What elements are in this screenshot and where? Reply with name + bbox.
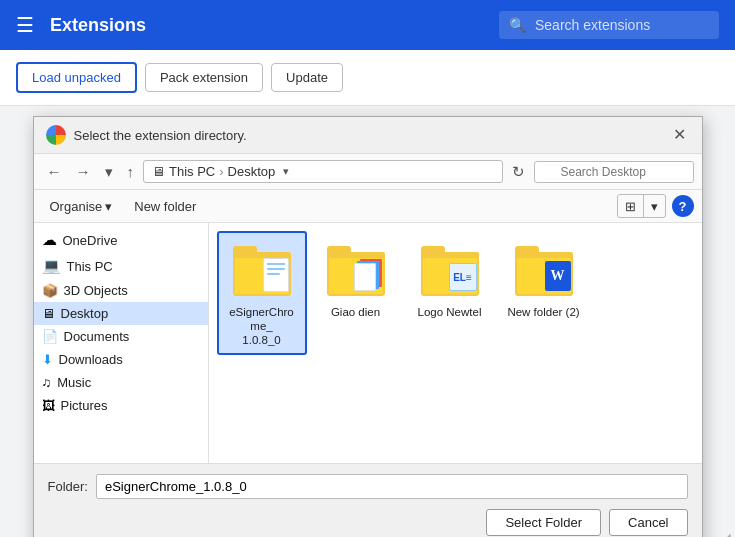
sidebar-item-3dobjects[interactable]: 📦 3D Objects bbox=[34, 279, 208, 302]
sidebar-label-downloads: Downloads bbox=[59, 352, 123, 367]
breadcrumb[interactable]: 🖥 This PC › Desktop ▾ bbox=[143, 160, 503, 183]
newfolder-name: New folder (2) bbox=[507, 306, 579, 320]
sidebar-label-3dobjects: 3D Objects bbox=[64, 283, 128, 298]
breadcrumb-thispc: This PC bbox=[169, 164, 215, 179]
load-unpacked-button[interactable]: Load unpacked bbox=[16, 62, 137, 93]
resize-handle[interactable]: ◢ bbox=[723, 531, 733, 537]
cancel-button[interactable]: Cancel bbox=[609, 509, 687, 536]
logo-overlay: EL≡ bbox=[449, 263, 477, 291]
forward-button[interactable]: → bbox=[71, 161, 96, 182]
dialog-footer: Folder: Select Folder Cancel bbox=[34, 463, 702, 537]
refresh-button[interactable]: ↻ bbox=[507, 161, 530, 183]
sidebar-item-downloads[interactable]: ⬇ Downloads bbox=[34, 348, 208, 371]
pictures-icon: 🖼 bbox=[42, 398, 55, 413]
up-button[interactable]: ↑ bbox=[122, 161, 140, 182]
file-item-logo[interactable]: EL≡ Logo Newtel bbox=[405, 231, 495, 328]
file-item-newfolder[interactable]: W New folder (2) bbox=[499, 231, 589, 328]
logo-folder-icon: EL≡ bbox=[420, 239, 480, 303]
sidebar-item-documents[interactable]: 📄 Documents bbox=[34, 325, 208, 348]
breadcrumb-dropdown-button[interactable]: ▾ bbox=[279, 165, 293, 178]
search-icon: 🔍 bbox=[509, 17, 526, 33]
dialog-close-button[interactable]: ✕ bbox=[669, 125, 690, 145]
paper-white bbox=[354, 263, 376, 291]
esigner-folder-icon bbox=[232, 239, 292, 303]
view-large-icons-button[interactable]: ⊞ bbox=[618, 196, 643, 217]
new-folder-button[interactable]: New folder bbox=[126, 196, 204, 217]
organise-chevron-icon: ▾ bbox=[105, 199, 112, 214]
dialog-title: Select the extension directory. bbox=[74, 128, 669, 143]
extensions-toolbar: Load unpacked Pack extension Update bbox=[0, 50, 735, 106]
word-w-letter: W bbox=[551, 268, 565, 284]
nav-search-input[interactable] bbox=[534, 161, 694, 183]
file-browser-content: ☁ OneDrive 💻 This PC 📦 3D Objects 🖥 Desk… bbox=[34, 223, 702, 463]
breadcrumb-desktop: Desktop bbox=[228, 164, 276, 179]
breadcrumb-icon: 🖥 bbox=[152, 164, 165, 179]
navigation-bar: ← → ▾ ↑ 🖥 This PC › Desktop ▾ ↻ 🔍 bbox=[34, 154, 702, 190]
search-nav-wrapper: 🔍 bbox=[534, 161, 694, 183]
sidebar-panel: ☁ OneDrive 💻 This PC 📦 3D Objects 🖥 Desk… bbox=[34, 223, 209, 463]
folder-shape-new: W bbox=[515, 246, 573, 296]
giao-folder-name: Giao dien bbox=[331, 306, 380, 320]
recent-button[interactable]: ▾ bbox=[100, 161, 118, 183]
esigner-folder-name: eSignerChrome_1.0.8_0 bbox=[225, 306, 299, 347]
folder-label: Folder: bbox=[48, 479, 88, 494]
files-grid: eSignerChrome_1.0.8_0 bbox=[217, 231, 694, 355]
sidebar-item-desktop[interactable]: 🖥 Desktop bbox=[34, 302, 208, 325]
papers-icon bbox=[354, 257, 382, 291]
folder-shape-giao bbox=[327, 246, 385, 296]
file-dialog: Select the extension directory. ✕ ← → ▾ … bbox=[33, 116, 703, 537]
breadcrumb-sep1: › bbox=[219, 164, 223, 179]
dialog-buttons: Select Folder Cancel bbox=[48, 509, 688, 536]
sidebar-item-pictures[interactable]: 🖼 Pictures bbox=[34, 394, 208, 417]
select-folder-button[interactable]: Select Folder bbox=[486, 509, 601, 536]
sidebar-label-pictures: Pictures bbox=[61, 398, 108, 413]
view-icons-group: ⊞ ▾ bbox=[617, 194, 666, 218]
desktop-icon: 🖥 bbox=[42, 306, 55, 321]
organise-label: Organise bbox=[50, 199, 103, 214]
folder-body-new: W bbox=[515, 252, 573, 296]
sidebar-item-music[interactable]: ♫ Music bbox=[34, 371, 208, 394]
logo-folder-name: Logo Newtel bbox=[418, 306, 482, 320]
folder-input[interactable] bbox=[96, 474, 688, 499]
page-background: Select the extension directory. ✕ ← → ▾ … bbox=[0, 106, 735, 537]
folder-body-logo: EL≡ bbox=[421, 252, 479, 296]
page-title: Extensions bbox=[50, 15, 499, 36]
back-button[interactable]: ← bbox=[42, 161, 67, 182]
newfolder-icon: W bbox=[514, 239, 574, 303]
3dobjects-icon: 📦 bbox=[42, 283, 58, 298]
file-item-esigner[interactable]: eSignerChrome_1.0.8_0 bbox=[217, 231, 307, 355]
thispc-icon: 💻 bbox=[42, 257, 61, 275]
music-icon: ♫ bbox=[42, 375, 52, 390]
sidebar-label-documents: Documents bbox=[64, 329, 130, 344]
downloads-icon: ⬇ bbox=[42, 352, 53, 367]
logo-text: EL≡ bbox=[453, 272, 472, 283]
help-button[interactable]: ? bbox=[672, 195, 694, 217]
top-bar: ☰ Extensions 🔍 bbox=[0, 0, 735, 50]
giao-folder-icon bbox=[326, 239, 386, 303]
dialog-overlay: Select the extension directory. ✕ ← → ▾ … bbox=[0, 106, 735, 537]
sidebar-label-music: Music bbox=[57, 375, 91, 390]
esigner-doc-overlay bbox=[263, 258, 289, 292]
sidebar-item-onedrive[interactable]: ☁ OneDrive bbox=[34, 227, 208, 253]
file-toolbar: Organise ▾ New folder ⊞ ▾ ? bbox=[34, 190, 702, 223]
onedrive-icon: ☁ bbox=[42, 231, 57, 249]
sidebar-label-desktop: Desktop bbox=[61, 306, 109, 321]
menu-icon[interactable]: ☰ bbox=[16, 13, 34, 37]
view-chevron-button[interactable]: ▾ bbox=[644, 196, 665, 217]
sidebar-item-thispc[interactable]: 💻 This PC bbox=[34, 253, 208, 279]
update-button[interactable]: Update bbox=[271, 63, 343, 92]
dialog-titlebar: Select the extension directory. ✕ bbox=[34, 117, 702, 154]
folder-input-row: Folder: bbox=[48, 474, 688, 499]
chrome-icon bbox=[46, 125, 66, 145]
organise-button[interactable]: Organise ▾ bbox=[42, 196, 121, 217]
file-item-giao[interactable]: Giao dien bbox=[311, 231, 401, 328]
folder-body-giao bbox=[327, 252, 385, 296]
documents-icon: 📄 bbox=[42, 329, 58, 344]
search-wrapper: 🔍 bbox=[499, 11, 719, 39]
pack-extension-button[interactable]: Pack extension bbox=[145, 63, 263, 92]
word-overlay: W bbox=[545, 261, 571, 291]
files-panel: eSignerChrome_1.0.8_0 bbox=[209, 223, 702, 463]
folder-shape bbox=[233, 246, 291, 296]
search-input[interactable] bbox=[499, 11, 719, 39]
sidebar-label-thispc: This PC bbox=[67, 259, 113, 274]
